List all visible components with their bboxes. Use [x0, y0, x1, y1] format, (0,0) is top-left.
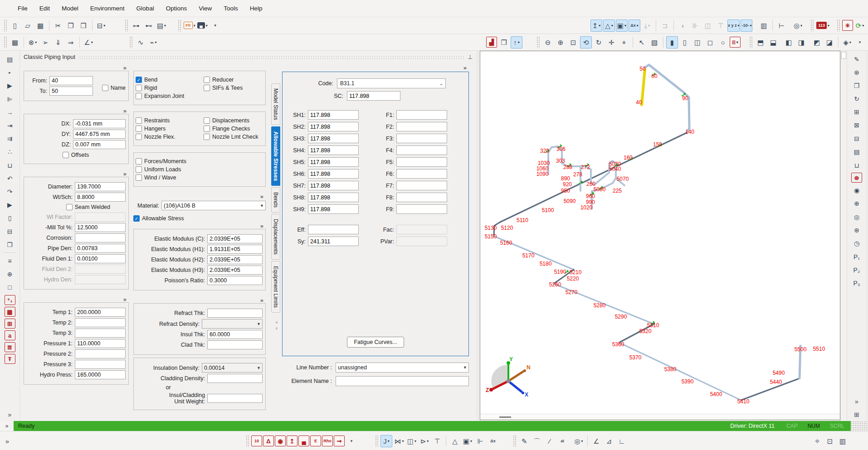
text-a-icon[interactable]: a [5, 330, 15, 340]
flag-113-icon[interactable]: 113▾ [816, 19, 830, 32]
toolbar-grip[interactable] [375, 435, 378, 447]
render-plot-icon[interactable]: ▄▾ [197, 19, 209, 32]
toolbar1-overflow-icon[interactable]: ▾ [210, 19, 221, 32]
delete-block-icon[interactable]: ⊠ [851, 119, 863, 131]
redgroup-overflow-icon[interactable]: ▾ [346, 435, 357, 447]
list-input-icon[interactable]: ▤ [851, 146, 863, 157]
field-hydro-den[interactable] [75, 275, 126, 284]
material-combo[interactable]: (106)A106 B▼ [161, 201, 266, 210]
elbow-edit-icon[interactable]: ⌒ [531, 435, 543, 447]
tab-displacements[interactable]: Displacements [271, 214, 280, 260]
field-sy[interactable] [308, 237, 359, 246]
status-overflow-chevron[interactable]: » [0, 421, 14, 431]
menu-help[interactable]: Help [244, 3, 268, 14]
field-f8[interactable] [396, 193, 447, 202]
field-diameter[interactable] [75, 182, 126, 191]
elastic-modulus-icon[interactable]: E [310, 435, 321, 446]
view-back-icon[interactable]: ⬓ [767, 36, 779, 48]
node-numbers-toggle-icon[interactable]: x y z▾ [727, 19, 740, 32]
checkbox-bend[interactable]: ✓ [136, 77, 142, 83]
field-from[interactable] [49, 76, 93, 85]
edit-deltas-icon[interactable]: ✎ [518, 435, 530, 447]
field-fac[interactable] [396, 225, 447, 234]
window-tile-icon[interactable]: ❐ [498, 36, 510, 48]
field-sh9[interactable] [308, 204, 359, 214]
insert-row-icon[interactable]: ⊟ [4, 226, 16, 237]
menu-environment[interactable]: Environment [84, 3, 131, 14]
temperatures-icon[interactable]: ↥ [287, 435, 297, 446]
render-wireframe-icon[interactable]: ▯ [679, 36, 691, 48]
rotate-icon[interactable]: ⟲ [580, 36, 592, 48]
3d-model-viewport[interactable]: YNXZ 50604090140150160320306303103010601… [480, 51, 840, 420]
code-select[interactable]: B31.1⌄ [337, 78, 446, 88]
field-pvar[interactable] [396, 237, 447, 246]
new-file-icon[interactable]: ▯ [9, 19, 21, 32]
print-icon[interactable]: ⊟▾ [95, 19, 107, 32]
error-stop-icon[interactable]: ⊗ [851, 173, 862, 183]
field-sh5[interactable] [308, 157, 359, 167]
field-sh6[interactable] [308, 169, 359, 179]
viewport-box-icon[interactable]: ⊡ [824, 435, 836, 447]
field-sh8[interactable] [308, 193, 359, 202]
checkbox-restraints[interactable] [136, 117, 142, 124]
continue-input-icon[interactable]: ▶ [4, 80, 16, 91]
checkbox-name[interactable] [102, 85, 108, 91]
toolbar-grip[interactable] [4, 36, 7, 48]
block-operations-icon[interactable]: ❐ [851, 80, 863, 91]
viewport-hscrollbar[interactable] [480, 414, 840, 420]
zoom-in-icon[interactable]: ⊕ [555, 36, 566, 48]
field-temp-2[interactable] [75, 318, 126, 327]
redo-icon[interactable]: ↷ [4, 186, 16, 197]
menu-options[interactable]: Options [160, 3, 193, 14]
plot-settings-icon[interactable]: Plt▾ [183, 19, 196, 32]
move-up-icon[interactable]: ↑▾ [511, 36, 522, 48]
field-sh3[interactable] [308, 134, 359, 143]
field-wt-sch[interactable] [75, 193, 126, 202]
field-f2[interactable] [396, 122, 447, 131]
toolbar-grip[interactable] [125, 19, 128, 31]
field-pressure-3[interactable] [75, 360, 126, 369]
checkbox-forces-moments[interactable] [136, 158, 142, 165]
run-analysis-icon[interactable]: ➢ [39, 36, 51, 48]
field-insul-cladding-unit-weight[interactable] [207, 394, 263, 403]
anchors-toggle-icon[interactable]: ▣▾ [616, 19, 628, 32]
classic-restraints-icon[interactable]: ◉ [275, 435, 286, 446]
view-right-icon[interactable]: ◨ [795, 36, 807, 48]
select-window-icon[interactable]: ▧ [649, 36, 660, 48]
flanges-toggle-icon[interactable]: ⊐ [659, 19, 671, 32]
field-cladding-density[interactable] [207, 374, 263, 383]
compass-tool-icon[interactable]: ✧ [811, 435, 823, 447]
view-iso-icon[interactable]: ◈▾ [841, 36, 853, 48]
toolbar-grip[interactable] [513, 435, 516, 447]
field-mill-tol[interactable] [75, 223, 126, 232]
field-f6[interactable] [396, 169, 447, 179]
world-view-icon[interactable]: ⊛ [851, 224, 863, 236]
list-options-icon[interactable]: ≡ [4, 255, 16, 266]
checkbox-rigid[interactable] [136, 85, 142, 91]
fatigue-curves-button[interactable]: Fatigue Curves... [347, 337, 404, 348]
checkbox-nozzle-flex[interactable] [136, 134, 142, 140]
expand-panel-icon[interactable]: ▸ [4, 67, 16, 78]
field-corrosion[interactable] [75, 233, 126, 242]
checkbox-nozzle-lmt-check[interactable] [204, 134, 210, 140]
tee-tool-icon[interactable]: ⊤ [431, 435, 443, 447]
field-eff[interactable] [308, 225, 359, 234]
node-sequence-icon[interactable]: ∴ [4, 146, 16, 157]
expand-model-icon[interactable]: ⊕ [851, 198, 863, 209]
checkbox-sifs-tees[interactable] [204, 85, 210, 91]
field-fluid-den-2[interactable] [75, 265, 126, 274]
checkbox-offsets[interactable] [63, 152, 69, 158]
edit-increment-icon[interactable]: ✎ [851, 53, 863, 65]
reducer-tool-icon[interactable]: ⊳▾ [419, 435, 430, 447]
find-node-icon[interactable]: ◎▾ [792, 19, 804, 32]
hangers-toggle-icon[interactable]: △▾ [603, 19, 615, 32]
tees-toggle-icon[interactable]: ⊤ [715, 19, 727, 32]
field-sh1[interactable] [308, 110, 359, 120]
materials-case-icon[interactable]: ▄ [298, 435, 309, 446]
duplicate-row-icon[interactable]: ❐ [4, 239, 16, 250]
pressure-1-icon[interactable]: P₁ [851, 251, 863, 262]
element-name-field[interactable] [336, 376, 469, 386]
field-f5[interactable] [396, 157, 447, 167]
checkbox-wind-wave[interactable] [136, 174, 142, 181]
toolbar-grip[interactable] [129, 36, 132, 48]
